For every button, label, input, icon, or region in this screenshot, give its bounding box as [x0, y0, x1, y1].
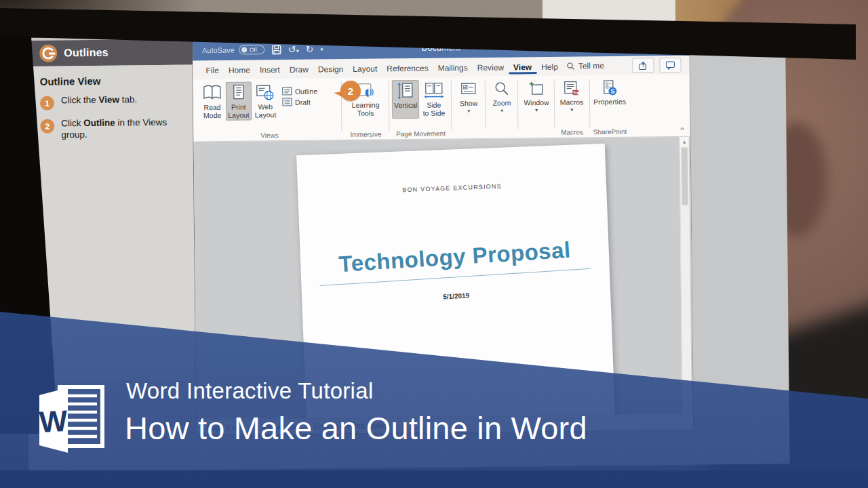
tab-mailings[interactable]: Mailings [433, 60, 473, 75]
tutorial-step-1: 1 Click the View tab. [40, 94, 184, 110]
word-logo: W [38, 385, 106, 455]
show-button[interactable]: Show [458, 79, 480, 115]
autosave-pill: Off [239, 45, 264, 54]
read-mode-icon [202, 84, 222, 102]
comments-button[interactable] [659, 58, 681, 73]
comment-icon [665, 60, 675, 69]
show-icon [460, 81, 477, 98]
group-sharepoint: S Properties SharePoint [591, 75, 629, 138]
macros-button[interactable]: Macros [557, 78, 585, 114]
svg-text:W: W [39, 404, 69, 439]
tab-layout[interactable]: Layout [348, 60, 382, 76]
group-show: Show [454, 77, 484, 138]
zoom-icon [494, 81, 510, 98]
collapse-ribbon-icon[interactable]: ^ [680, 127, 685, 132]
doc-company-header: BON VOYAGE EXCURSIONS [298, 179, 606, 197]
outline-icon [282, 87, 292, 96]
print-layout-button[interactable]: PrintLayout [226, 82, 252, 121]
zoom-button[interactable]: Zoom [490, 79, 513, 115]
undo-icon[interactable]: ↺▾ [288, 45, 299, 54]
web-layout-icon [256, 83, 275, 101]
doc-title: Technology Proposal [300, 235, 609, 279]
draft-button[interactable]: Draft [282, 97, 317, 106]
redo-icon[interactable]: ↻ [306, 45, 314, 54]
share-icon [638, 61, 648, 70]
tell-me-search[interactable]: Tell me [567, 61, 604, 71]
save-icon[interactable] [271, 45, 281, 55]
web-layout-button[interactable]: WebLayout [252, 81, 278, 120]
quick-access-caret-icon[interactable]: ▾ [320, 46, 323, 52]
step-2-number-badge: 2 [40, 119, 54, 134]
side-to-side-icon [423, 82, 443, 100]
customguide-logo-icon [39, 44, 57, 62]
tutorial-step-2: 2 Click Outline in the Views group. [40, 117, 184, 142]
tab-home[interactable]: Home [224, 62, 255, 77]
print-layout-icon [229, 84, 247, 102]
ribbon: ReadMode PrintLayout WebLayout [193, 75, 690, 142]
banner-series-title: Word Interactive Tutorial [126, 378, 374, 404]
properties-icon: S [601, 80, 618, 96]
search-icon [567, 62, 575, 70]
vertical-button[interactable]: Vertical [392, 80, 420, 119]
tutorial-video-frame: Outlines Outline View 1 Click the View t… [0, 0, 868, 488]
scroll-up-icon[interactable] [680, 137, 689, 146]
group-label-sharepoint: SharePoint [591, 128, 629, 136]
tab-file[interactable]: File [201, 62, 224, 77]
quick-access-toolbar: AutoSave Off ↺▾ ↻ ▾ [193, 44, 323, 56]
autosave-toggle[interactable]: AutoSave Off [202, 45, 264, 55]
step-1-text: Click the View tab. [61, 94, 138, 106]
banner-video-title: How to Make an Outline in Word [125, 409, 587, 447]
step-1-number-badge: 1 [40, 96, 54, 110]
side-to-side-button[interactable]: Sideto Side [420, 79, 447, 118]
tutorial-sidebar-header: Outlines [30, 39, 193, 66]
tab-review[interactable]: Review [473, 60, 509, 75]
macros-icon [563, 80, 580, 96]
share-button[interactable] [632, 58, 654, 73]
tab-references[interactable]: References [382, 60, 433, 76]
group-label-immersive: Immersive [345, 130, 386, 138]
outline-button[interactable]: Outline [282, 86, 317, 96]
properties-button[interactable]: S Properties [591, 78, 628, 107]
read-mode-button[interactable]: ReadMode [200, 82, 225, 121]
callout-step-2: 2 [338, 81, 361, 102]
group-label-macros: Macros [556, 128, 587, 136]
window-button[interactable]: Window [521, 79, 551, 115]
group-label-views: Views [200, 131, 338, 140]
tab-draw[interactable]: Draw [285, 62, 313, 77]
vertical-scrollbar[interactable] [679, 137, 692, 415]
group-window: Window [520, 76, 553, 138]
group-macros: Macros Macros [556, 75, 588, 137]
menubar-right-buttons [632, 58, 685, 73]
tab-help[interactable]: Help [536, 59, 563, 74]
vertical-icon [397, 82, 414, 100]
step-2-text: Click Outline in the Views group. [61, 117, 184, 142]
tab-design[interactable]: Design [313, 61, 349, 77]
tutorial-heading: Outline View [40, 75, 184, 87]
svg-text:S: S [610, 88, 614, 95]
tutorial-panel-title: Outlines [64, 47, 108, 60]
group-zoom: Zoom [488, 76, 517, 138]
group-views: ReadMode PrintLayout WebLayout [200, 78, 339, 141]
doc-date: 5/1/2019 [302, 283, 610, 310]
group-label-page-movement: Page Movement [392, 129, 449, 138]
tab-insert[interactable]: Insert [255, 62, 285, 77]
draft-icon [282, 98, 292, 106]
tab-view[interactable]: View [509, 59, 536, 74]
group-page-movement: Vertical Sideto Side Page Movement [392, 77, 450, 139]
window-icon [528, 81, 545, 97]
callout-number: 2 [340, 81, 361, 101]
scrollbar-thumb[interactable] [682, 148, 688, 205]
autosave-knob [241, 47, 247, 53]
